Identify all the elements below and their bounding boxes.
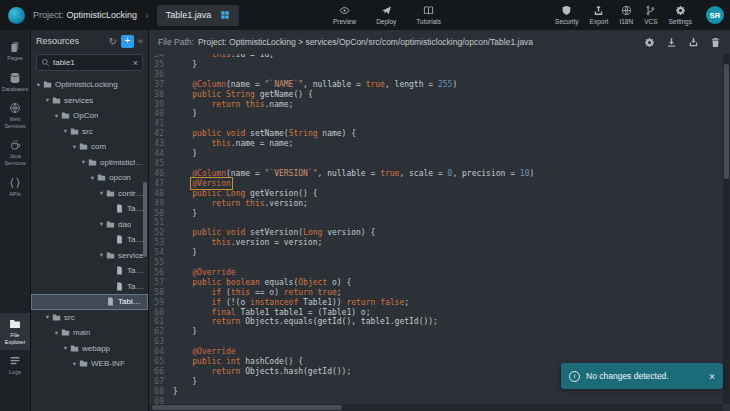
search-input[interactable]: [53, 58, 130, 67]
code-text[interactable]: @Override: [173, 347, 236, 356]
toast-close-icon[interactable]: ×: [709, 371, 715, 382]
topbar-item-settings[interactable]: Settings: [669, 5, 693, 25]
chevron-down-icon[interactable]: ▾: [43, 313, 52, 321]
code-text[interactable]: this.version = version;: [173, 238, 322, 247]
code-text[interactable]: }: [173, 149, 197, 158]
tree-item-table1-java[interactable]: Table1.java: [31, 294, 148, 310]
tree-item-com[interactable]: ▾com: [31, 139, 148, 155]
topbar-item-preview[interactable]: Preview: [333, 5, 356, 25]
code-text[interactable]: @Override: [173, 268, 236, 277]
code-text[interactable]: public void setVersion(Long version) {: [173, 228, 375, 237]
tree-item-src[interactable]: ▾src: [31, 310, 148, 326]
chevron-down-icon[interactable]: ▾: [61, 344, 70, 352]
editor-vertical-scrollbar[interactable]: [724, 64, 729, 179]
tree-item-table1dao-java[interactable]: Table1Dao.java: [31, 232, 148, 248]
file-settings-button[interactable]: [644, 37, 655, 48]
code-text[interactable]: public boolean equals(Object o) {: [173, 278, 351, 287]
collapse-panel-icon[interactable]: «: [138, 36, 143, 46]
sidebar-item-file-explorer[interactable]: File Explorer: [0, 313, 30, 350]
user-avatar[interactable]: SR: [706, 6, 724, 24]
code-text[interactable]: public Long getVersion() {: [173, 189, 318, 198]
chevron-down-icon[interactable]: ▾: [52, 112, 61, 120]
code-text[interactable]: this.name = name;: [173, 139, 293, 148]
app-logo[interactable]: [8, 7, 25, 24]
topbar-item-tutorials[interactable]: Tutorials: [416, 5, 441, 25]
add-resource-button[interactable]: +: [121, 35, 134, 48]
topbar-item-security[interactable]: Security: [555, 5, 578, 25]
tree-item-main[interactable]: ▾main: [31, 325, 148, 341]
delete-button[interactable]: [710, 37, 721, 48]
tree-item-opcon[interactable]: ▾opcon: [31, 170, 148, 186]
chevron-down-icon[interactable]: ▾: [43, 96, 52, 104]
tree-item-src[interactable]: ▾src: [31, 124, 148, 140]
refresh-icon[interactable]: ↻: [109, 36, 117, 47]
sidebar-item-java-services[interactable]: Java Services: [0, 134, 30, 171]
code-text[interactable]: public int hashCode() {: [173, 357, 303, 366]
chevron-down-icon[interactable]: ▾: [70, 360, 79, 368]
tab-table1-java[interactable]: Table1.java: [157, 5, 240, 26]
check-in-button[interactable]: [688, 37, 699, 48]
chevron-down-icon[interactable]: ▾: [97, 220, 106, 228]
code-text[interactable]: }: [173, 109, 197, 118]
editor-horizontal-scrollbar[interactable]: [152, 405, 342, 410]
code-text[interactable]: }: [173, 327, 197, 336]
topbar-item-vcs[interactable]: VCS: [644, 5, 657, 25]
project-name: OptimisticLocking: [67, 10, 138, 20]
clear-search-icon[interactable]: ×: [133, 58, 138, 68]
code-text[interactable]: }: [173, 377, 197, 386]
tree-item-table1controller-java[interactable]: Table1Controller.java: [31, 201, 148, 217]
code-text[interactable]: return this.name;: [173, 100, 293, 109]
code-text[interactable]: if (this == o) return true;: [173, 288, 342, 297]
tree-item-table1serviceimpl-java[interactable]: Table1ServiceImpl.java: [31, 279, 148, 295]
code-text[interactable]: @Column(name = "`NAME`", nullable = true…: [173, 80, 457, 89]
code-text[interactable]: if (!(o instanceof Table1)) return false…: [173, 298, 409, 307]
topbar-item-export[interactable]: Export: [590, 5, 609, 25]
code-text[interactable]: }: [173, 387, 178, 396]
tree-item-table1service-java[interactable]: Table1Service.java: [31, 263, 148, 279]
code-text[interactable]: }: [173, 60, 197, 69]
line-number: 60: [149, 308, 173, 318]
code-text[interactable]: @Column(name = "`VERSION`", nullable = t…: [173, 169, 534, 178]
code-text[interactable]: return this.version;: [173, 199, 308, 208]
tree-item-dao[interactable]: ▾dao: [31, 217, 148, 233]
tree-item-webapp[interactable]: ▾webapp: [31, 341, 148, 357]
line-number: 50: [149, 209, 173, 219]
chevron-down-icon[interactable]: ▾: [97, 189, 106, 197]
chevron-down-icon[interactable]: ▾: [70, 143, 79, 151]
code-text[interactable]: }: [173, 248, 197, 257]
sidebar-item-web-services[interactable]: Web Services: [0, 97, 30, 134]
code-text[interactable]: }: [173, 209, 197, 218]
sidebar-item-pages[interactable]: Pages: [0, 36, 30, 67]
chevron-right-icon: ›: [145, 9, 149, 21]
code-text[interactable]: public String getName() {: [173, 90, 313, 99]
sidebar-item-logs[interactable]: Logs: [0, 350, 30, 381]
code-editor[interactable]: 34 this.id = id;35 }3637 @Column(name = …: [149, 54, 730, 411]
tree-item-controller[interactable]: ▾controller: [31, 186, 148, 202]
download-button[interactable]: [666, 37, 677, 48]
code-text[interactable]: public void setName(String name) {: [173, 129, 356, 138]
chevron-down-icon[interactable]: ▾: [34, 81, 43, 89]
chevron-down-icon[interactable]: ▾: [61, 127, 70, 135]
info-icon: i: [569, 371, 580, 382]
chevron-down-icon[interactable]: ▾: [88, 174, 97, 182]
chevron-down-icon[interactable]: ▾: [79, 158, 88, 166]
code-text[interactable]: @Version: [173, 179, 231, 188]
code-text[interactable]: return Objects.hash(getId());: [173, 367, 351, 376]
tree-scrollbar[interactable]: [143, 182, 147, 257]
tree-item-optimisticlocking[interactable]: ▾OptimisticLocking: [31, 77, 148, 93]
code-text[interactable]: final Table1 table1 = (Table1) o;: [173, 308, 370, 317]
chevron-down-icon[interactable]: ▾: [97, 251, 106, 259]
sidebar-item-databases[interactable]: Databases: [0, 67, 30, 98]
tree-item-opcon[interactable]: ▾OpCon: [31, 108, 148, 124]
sidebar-item-apis[interactable]: APIs: [0, 172, 30, 203]
tree-item-optimisticlocking[interactable]: ▾optimisticlocking: [31, 155, 148, 171]
code-text[interactable]: return Objects.equals(getId(), table1.ge…: [173, 317, 438, 326]
chevron-down-icon[interactable]: ▾: [52, 329, 61, 337]
topbar-item-i18n[interactable]: I18N: [619, 5, 633, 25]
tree-item-web-inf[interactable]: ▾WEB-INF: [31, 356, 148, 372]
topbar-item-deploy[interactable]: Deploy: [376, 5, 396, 25]
file-icon: [115, 266, 124, 275]
tree-item-service[interactable]: ▾service: [31, 248, 148, 264]
code-text[interactable]: this.id = id;: [173, 54, 274, 59]
tree-item-services[interactable]: ▾services: [31, 93, 148, 109]
